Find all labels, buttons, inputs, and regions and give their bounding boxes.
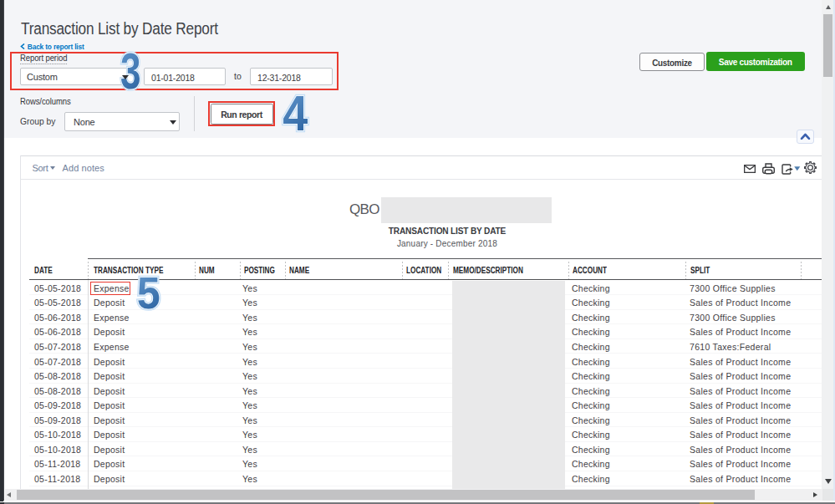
svg-text:4: 4 [283, 89, 308, 139]
svg-text:3: 3 [120, 43, 141, 97]
svg-text:5: 5 [137, 269, 160, 314]
